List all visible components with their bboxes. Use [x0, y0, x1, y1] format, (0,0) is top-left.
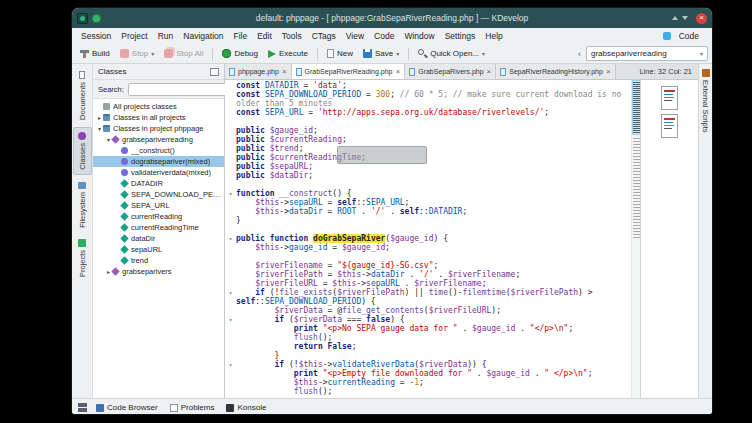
code-line[interactable]: const SEPA_DOWNLOAD_PERIOD = 300; // 60 …	[225, 90, 631, 99]
problems-button[interactable]: Problems	[165, 401, 220, 414]
class-tree-item[interactable]: SEPA_URL	[93, 200, 224, 211]
save-button[interactable]: Save▾	[359, 47, 403, 60]
class-tree-item[interactable]: SEPA_DOWNLOAD_PERIOD	[93, 189, 224, 200]
code-line[interactable]: flush();	[225, 333, 631, 342]
script-thumbnail[interactable]	[661, 114, 678, 138]
code-line[interactable]: const DATADIR = 'data';	[225, 81, 631, 90]
class-tree-item[interactable]: ▸grabseparivers	[93, 266, 224, 277]
fold-marker-icon[interactable]: ▾	[225, 189, 236, 198]
code-line[interactable]: self::SEPA_DOWNLOAD_PERIOD) {	[225, 297, 631, 306]
code-line[interactable]: public $sepaURL;	[225, 162, 631, 171]
code-line[interactable]	[225, 225, 631, 234]
build-button[interactable]: Build	[76, 47, 114, 60]
code-line[interactable]: $this->sepaURL = self::SEPA_URL;	[225, 198, 631, 207]
search-input[interactable]: grabsepariverreading	[591, 49, 697, 58]
sidebar-tab-external-scripts[interactable]: External Scripts	[701, 80, 710, 133]
editor-tab[interactable]: GrabSepaRiverReading.php×	[292, 64, 406, 79]
code-line[interactable]: $this->currentReading = -1;	[225, 378, 631, 387]
execute-button[interactable]: Execute	[264, 47, 312, 60]
tree-expander-icon[interactable]: ▸	[96, 114, 103, 121]
tab-close-icon[interactable]: ×	[396, 68, 401, 76]
class-tree-item[interactable]: __construct()	[93, 145, 224, 156]
menu-run[interactable]: Run	[153, 30, 179, 42]
code-line[interactable]: $riverFilename = "${gauge_id}-SG.csv";	[225, 261, 631, 270]
editor-tab[interactable]: SepaRiverReadingHistory.php×	[496, 64, 615, 79]
sidebar-tab-classes[interactable]: Classes	[73, 127, 92, 175]
close-icon[interactable]: ×	[696, 13, 707, 24]
kdevelop-app-icon[interactable]	[77, 13, 88, 24]
class-tree-item[interactable]: validateriverdata(mixed)	[93, 167, 224, 178]
script-thumbnail[interactable]	[661, 86, 678, 110]
class-tree-item[interactable]: currentReading	[93, 211, 224, 222]
detach-panel-icon[interactable]	[210, 68, 219, 76]
code-line[interactable]: ▾ if ($riverData === false) {	[225, 315, 631, 324]
stop-button[interactable]: Stop▾	[116, 47, 158, 60]
editor-tab[interactable]: phppage.php×	[225, 64, 292, 79]
code-line[interactable]: print "<p>No SEPA gauge data for " . $ga…	[225, 324, 631, 333]
code-line[interactable]: ▾function __construct() {	[225, 189, 631, 198]
menu-project[interactable]: Project	[116, 30, 152, 42]
toolview-menu-button[interactable]	[76, 401, 89, 414]
code-line[interactable]: public $currentReadingTime;	[225, 153, 631, 162]
fold-marker-icon[interactable]: ▾	[225, 360, 236, 369]
sidebar-tab-projects[interactable]: Projects	[73, 234, 92, 282]
menu-ctags[interactable]: CTags	[307, 30, 341, 42]
debug-button[interactable]: Debug	[218, 47, 262, 60]
konsole-button[interactable]: Konsole	[221, 401, 271, 414]
class-tree-item[interactable]: All projects classes	[93, 101, 224, 112]
code-line[interactable]: older than 5 minutes	[225, 99, 631, 108]
scrollbar-minimap[interactable]	[631, 80, 640, 398]
classes-search-input[interactable]	[128, 83, 233, 96]
text-editor[interactable]: const DATADIR = 'data';const SEPA_DOWNLO…	[225, 80, 640, 398]
menu-navigation[interactable]: Navigation	[178, 30, 228, 42]
code-line[interactable]: }	[225, 351, 631, 360]
sidebar-tab-documents[interactable]: Documents	[73, 66, 92, 125]
code-line[interactable]: flush();	[225, 387, 631, 396]
code-line[interactable]: print "<p>Empty file downloaded for " . …	[225, 369, 631, 378]
quick-open-button[interactable]: Quick Open...▾	[414, 47, 489, 60]
editor-tab[interactable]: GrabSepaRivers.php×	[405, 64, 496, 79]
code-line[interactable]: ▾public function doGrabSepaRiver($gauge_…	[225, 234, 631, 243]
new-button[interactable]: New	[323, 47, 357, 60]
class-tree-item[interactable]: ▸Classes in all projects	[93, 112, 224, 123]
code-line[interactable]	[225, 180, 631, 189]
code-browser-button[interactable]: Code Browser	[91, 401, 163, 414]
code-line[interactable]: return False;	[225, 342, 631, 351]
code-area-button[interactable]: Code	[674, 30, 704, 42]
titlebar[interactable]: default: phppage - [ phppage:GrabSepaRiv…	[72, 8, 712, 28]
menu-edit[interactable]: Edit	[252, 30, 277, 42]
fold-marker-icon[interactable]: ▾	[225, 234, 236, 243]
code-line[interactable]	[225, 252, 631, 261]
fold-marker-icon[interactable]: ▾	[225, 288, 236, 297]
code-line[interactable]: const SEPA_URL = 'http://apps.sepa.org.u…	[225, 108, 631, 117]
code-line[interactable]: $riverFileURL = $this->sepaURL . $riverF…	[225, 279, 631, 288]
minimize-icon[interactable]	[682, 16, 688, 20]
code-line[interactable]: $riverData = @file_get_contents($riverFi…	[225, 306, 631, 315]
tree-expander-icon[interactable]: ▾	[96, 125, 103, 132]
tab-close-icon[interactable]: ×	[487, 68, 492, 76]
class-tree-item[interactable]: trend	[93, 255, 224, 266]
search-combo[interactable]: grabsepariverreading ▾	[586, 46, 708, 61]
menu-view[interactable]: View	[341, 30, 369, 42]
menu-window[interactable]: Window	[399, 30, 439, 42]
menu-settings[interactable]: Settings	[440, 30, 481, 42]
tab-close-icon[interactable]: ×	[606, 68, 611, 76]
code-line[interactable]: $this->gauge_id = $gauge_id;	[225, 243, 631, 252]
menu-file[interactable]: File	[228, 30, 252, 42]
class-tree-item[interactable]: sepaURL	[93, 244, 224, 255]
code-line[interactable]: $this->dataDir = ROOT . '/' . self::DATA…	[225, 207, 631, 216]
class-tree-item[interactable]: ▾grabsepariverreading	[93, 134, 224, 145]
code-line[interactable]	[225, 117, 631, 126]
keep-above-icon[interactable]	[672, 16, 678, 20]
code-line[interactable]: ▾ if (!file_exists($riverFilePath) || ti…	[225, 288, 631, 297]
minimap-view-rect[interactable]	[632, 80, 640, 135]
code-line[interactable]: public $dataDir;	[225, 171, 631, 180]
class-tree-item[interactable]: ▾Classes in project phppage	[93, 123, 224, 134]
class-tree-item[interactable]: dataDir	[93, 233, 224, 244]
code-line[interactable]: public $trend;	[225, 144, 631, 153]
code-line[interactable]: $riverFilePath = $this->dataDir . '/' . …	[225, 270, 631, 279]
class-tree-item[interactable]: currentReadingTime	[93, 222, 224, 233]
tab-close-icon[interactable]: ×	[282, 68, 287, 76]
toolbar-overflow-icon[interactable]: ‹	[576, 49, 583, 59]
class-tree-item[interactable]: DATADIR	[93, 178, 224, 189]
